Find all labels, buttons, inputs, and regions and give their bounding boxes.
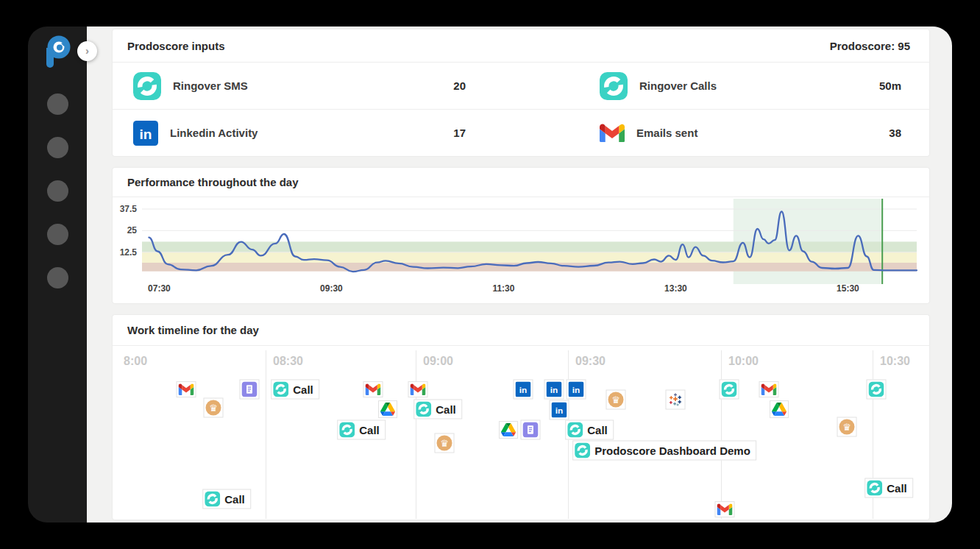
app-window: › Prodoscore inputs Prodoscore: 95 Ringo… <box>28 26 952 523</box>
purpledoc-event-chip[interactable] <box>240 380 260 400</box>
drive-event-chip[interactable] <box>378 400 397 418</box>
event-chip-label: Call <box>583 422 611 438</box>
event-chip-label: Prodoscore Dashboard Demo <box>590 443 754 458</box>
gmail-event-chip[interactable] <box>759 381 779 397</box>
svg-text:in: in <box>519 385 527 395</box>
sidebar-nav-item-5[interactable] <box>47 267 68 288</box>
svg-text:37.5: 37.5 <box>120 204 138 214</box>
linkedin-icon: in <box>569 382 584 397</box>
sidebar-nav-item-2[interactable] <box>47 137 68 158</box>
svg-text:25: 25 <box>127 225 138 235</box>
call-event-chip[interactable]: Call <box>413 400 462 419</box>
inputs-card-title: Prodoscore inputs <box>127 40 225 52</box>
sidebar-nav-item-1[interactable] <box>47 93 68 115</box>
linkedin-event-chip[interactable]: in <box>550 400 569 420</box>
timeline-time-label: 09:30 <box>575 355 606 368</box>
purpledoc-event-chip[interactable] <box>521 420 541 440</box>
call-event-chip[interactable]: Call <box>202 489 251 509</box>
ringover-icon <box>600 72 628 100</box>
linkedin-event-chip[interactable]: in <box>544 380 564 400</box>
event-chip-label: Call <box>882 481 911 496</box>
drive-event-chip[interactable] <box>499 421 518 439</box>
ringover-icon <box>133 72 161 100</box>
ringover-icon <box>867 481 882 496</box>
meeting-event-chip[interactable]: Prodoscore Dashboard Demo <box>572 441 756 461</box>
linkedin-icon: in <box>547 382 562 397</box>
svg-text:11:30: 11:30 <box>492 283 514 294</box>
gmail-icon <box>717 503 733 515</box>
svg-text:12.5: 12.5 <box>120 247 138 258</box>
linkedin-icon: in <box>516 382 531 397</box>
tableau-icon <box>668 392 683 408</box>
svg-text:in: in <box>572 385 580 395</box>
gmail-icon <box>179 383 194 395</box>
input-value: 20 <box>453 79 466 92</box>
drive-event-chip[interactable] <box>770 400 789 418</box>
crown-icon: ♛ <box>608 392 624 408</box>
ringover-icon <box>416 402 431 417</box>
timeline-time-label: 10:00 <box>728 355 759 368</box>
gmail-event-chip[interactable] <box>715 501 735 517</box>
call-event-chip[interactable]: Call <box>337 420 386 440</box>
drive-icon <box>380 403 395 416</box>
svg-text:15:30: 15:30 <box>837 283 859 294</box>
svg-text:13:30: 13:30 <box>664 283 687 294</box>
prodoscore-logo <box>41 33 74 70</box>
input-label: Emails sent <box>636 127 877 139</box>
performance-chart: 12.52537.507:3009:3011:3013:3015:30 <box>113 197 929 303</box>
svg-text:09:30: 09:30 <box>320 283 343 294</box>
sidebar-collapse-button[interactable]: › <box>77 41 97 61</box>
call-event-chip[interactable]: Call <box>565 420 614 440</box>
ringover-icon <box>869 382 884 397</box>
svg-text:in: in <box>550 385 558 395</box>
gmail-event-chip[interactable] <box>408 381 428 397</box>
ringover-icon <box>722 382 737 397</box>
timeline-column-divider <box>266 350 266 519</box>
linkedin-icon: in <box>552 403 567 418</box>
sidebar-nav-item-4[interactable] <box>47 224 68 245</box>
timeline-card-title: Work timeline for the day <box>127 324 259 336</box>
ringover-icon <box>273 382 288 397</box>
gmail-event-chip[interactable] <box>177 381 196 397</box>
crown-event-chip[interactable]: ♛ <box>204 398 224 418</box>
input-value: 50m <box>879 79 901 92</box>
input-label: Ringover Calls <box>639 79 867 92</box>
svg-text:07:30: 07:30 <box>148 283 171 294</box>
input-ringover-sms: Ringover SMS 20 <box>113 63 521 109</box>
event-chip-label: Call <box>288 382 317 397</box>
crown-event-chip[interactable]: ♛ <box>435 433 455 453</box>
inputs-row-2: in Linkedin Activity 17 Emails sent 38 <box>113 110 929 156</box>
crown-event-chip[interactable]: ♛ <box>606 390 626 410</box>
linkedin-event-chip[interactable]: in <box>567 380 586 400</box>
call-event-chip[interactable]: Call <box>271 380 319 400</box>
input-label: Linkedin Activity <box>170 127 441 139</box>
sidebar-nav-item-3[interactable] <box>47 180 68 202</box>
gmail-icon <box>366 383 381 395</box>
timeline-column-divider <box>721 350 722 519</box>
crown-event-chip[interactable]: ♛ <box>837 417 857 437</box>
event-chip-label: Call <box>355 422 383 438</box>
input-value: 17 <box>453 127 466 139</box>
linkedin-event-chip[interactable]: in <box>514 380 533 400</box>
ringover-icon <box>205 492 220 507</box>
crown-icon: ♛ <box>206 400 221 416</box>
inputs-row-1: Ringover SMS 20 Ringover Calls 50m <box>113 63 929 110</box>
work-timeline-card: Work timeline for the day 8:0008:3009:00… <box>113 315 929 520</box>
tableau-event-chip[interactable] <box>666 390 686 410</box>
ringover-event-chip[interactable] <box>720 380 739 400</box>
performance-card-title: Performance throughout the day <box>127 176 299 188</box>
gmail-icon <box>411 383 426 395</box>
ringover-event-chip[interactable] <box>867 380 887 400</box>
linkedin-icon: in <box>133 121 158 146</box>
input-label: Ringover SMS <box>173 79 441 92</box>
call-event-chip[interactable]: Call <box>864 478 913 498</box>
prodoscore-inputs-card: Prodoscore inputs Prodoscore: 95 Ringove… <box>113 29 929 156</box>
gmail-icon <box>761 383 777 395</box>
ringover-icon <box>575 443 590 458</box>
purpledoc-icon <box>242 382 258 397</box>
input-ringover-calls: Ringover Calls 50m <box>521 63 929 109</box>
ringover-icon <box>567 422 583 438</box>
svg-text:in: in <box>555 405 563 416</box>
purpledoc-icon <box>523 422 539 438</box>
gmail-event-chip[interactable] <box>363 381 383 397</box>
